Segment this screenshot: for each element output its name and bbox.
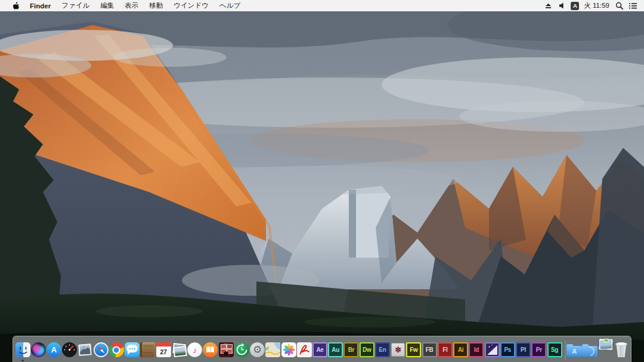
- bridge-tile: Br: [343, 342, 358, 357]
- dock-item-speedgrade[interactable]: Sg: [547, 338, 562, 362]
- dock-item-app-store[interactable]: A: [46, 338, 61, 362]
- eagle-stamp-icon: [78, 342, 92, 357]
- dock-item-maps[interactable]: [265, 338, 281, 362]
- menu-item-window[interactable]: ウインドウ: [168, 0, 214, 11]
- maroon-pinwheel-icon: ✽: [391, 343, 405, 357]
- dock-item-downloads-folder[interactable]: [582, 338, 597, 362]
- dock-item-messages[interactable]: …: [125, 338, 140, 362]
- open-book-icon: [203, 342, 218, 357]
- indesign-tile: Id: [469, 342, 484, 357]
- dock-item-flash[interactable]: Fl: [437, 338, 453, 362]
- acrobat-swirl-icon: [297, 342, 312, 357]
- photoshop-tile: Ps: [500, 342, 515, 357]
- document-stack-icon: [599, 345, 613, 357]
- gear-icon: ⚙: [250, 342, 265, 357]
- dock-item-audition[interactable]: Au: [328, 338, 343, 362]
- menu-item-view[interactable]: 表示: [119, 0, 144, 11]
- comet-wedge-icon: [485, 342, 500, 357]
- desktop-wallpaper[interactable]: [0, 0, 644, 362]
- map-icon: [265, 342, 280, 357]
- camera-lens: [224, 351, 229, 357]
- illustrator-tile: Ai: [453, 342, 468, 357]
- app-store-letter: A: [51, 345, 57, 354]
- running-indicator: [22, 360, 24, 361]
- dock-item-dreamweaver[interactable]: Dw: [359, 338, 374, 362]
- flash-tile: Fl: [438, 342, 453, 357]
- speedgrade-tile: Sg: [547, 342, 562, 357]
- dock-item-prelude[interactable]: Pl: [515, 338, 531, 362]
- dock-item-after-effects[interactable]: Ae: [312, 338, 327, 362]
- dock-item-mail[interactable]: [78, 338, 93, 362]
- dock: A: [13, 336, 631, 362]
- time-machine-clock-icon: [234, 342, 249, 357]
- dock-item-chrome[interactable]: [109, 338, 124, 362]
- dock-item-finder[interactable]: [15, 338, 30, 362]
- dock-item-documents-stack[interactable]: [598, 338, 614, 362]
- blue-folder-icon: [582, 346, 597, 357]
- premiere-tile: Pr: [531, 342, 546, 357]
- apple-menu[interactable]: [6, 0, 24, 11]
- after-effects-tile: Ae: [312, 342, 327, 357]
- blue-folder-icon: A: [566, 346, 582, 357]
- menu-bar-status: A 火 11:59: [543, 1, 644, 11]
- el-capitan-wallpaper-art: [0, 0, 644, 362]
- dock-item-system-preferences[interactable]: ⚙: [249, 338, 265, 362]
- dock-item-acrobat-reader[interactable]: [296, 338, 312, 362]
- dock-item-ibooks[interactable]: [203, 338, 218, 362]
- dock-item-photoshop[interactable]: Ps: [500, 338, 515, 362]
- photo-stack-icon: [172, 342, 187, 357]
- music-note-icon: ♪: [187, 342, 202, 357]
- speech-bubble-icon: …: [125, 342, 140, 357]
- dock-item-safari[interactable]: [93, 338, 109, 362]
- dock-item-dashboard[interactable]: [62, 338, 78, 362]
- dock-item-fireworks[interactable]: Fw: [406, 338, 422, 362]
- pinwheel-flower-icon: [281, 342, 296, 357]
- dock-item-time-machine[interactable]: [234, 338, 249, 362]
- gauge-icon: [62, 342, 77, 357]
- menu-item-finder[interactable]: Finder: [24, 0, 56, 11]
- prelude-tile: Pl: [516, 342, 531, 357]
- dock-item-photo-booth[interactable]: [218, 338, 234, 362]
- eject-icon[interactable]: [543, 1, 553, 11]
- menu-item-file[interactable]: ファイル: [56, 0, 95, 11]
- volume-icon[interactable]: [557, 1, 567, 11]
- menu-bar-clock[interactable]: 火 11:59: [583, 1, 611, 10]
- encore-tile: En: [375, 342, 390, 357]
- flash-builder-tile: FB: [422, 342, 437, 357]
- dock-item-photos[interactable]: [281, 338, 296, 362]
- photo-booth-icon: [219, 342, 234, 357]
- menu-item-go[interactable]: 移動: [144, 0, 168, 11]
- dock-item-flash-builder[interactable]: FB: [422, 338, 437, 362]
- input-source-icon[interactable]: A: [571, 2, 579, 10]
- notification-center-icon[interactable]: [628, 1, 638, 11]
- menu-item-edit[interactable]: 編集: [95, 0, 119, 11]
- dreamweaver-tile: Dw: [360, 342, 374, 357]
- dock-item-encore[interactable]: En: [374, 338, 390, 362]
- spotlight-icon[interactable]: [614, 1, 624, 11]
- siri-orb-icon: [31, 342, 46, 357]
- dock-item-illustrator[interactable]: Ai: [453, 338, 469, 362]
- compass-icon: [94, 342, 109, 357]
- menu-bar: Finder ファイル 編集 表示 移動 ウインドウ ヘルプ A 火 11:59: [0, 0, 644, 11]
- dock-item-extension-manager[interactable]: ✽: [391, 338, 406, 362]
- dock-item-preview[interactable]: [171, 338, 187, 362]
- dock-item-applications-folder[interactable]: A: [566, 338, 582, 362]
- dock-item-bridge[interactable]: Br: [343, 338, 359, 362]
- dock-item-premiere-pro[interactable]: Pr: [531, 338, 547, 362]
- dock-item-contacts[interactable]: [140, 338, 156, 362]
- apple-logo-icon: [11, 1, 19, 10]
- calendar-day: 27: [156, 346, 171, 357]
- dock-item-media-encoder[interactable]: [484, 338, 500, 362]
- menu-bar-left: Finder ファイル 編集 表示 移動 ウインドウ ヘルプ: [0, 0, 246, 11]
- dock-item-indesign[interactable]: Id: [469, 338, 484, 362]
- menu-item-help[interactable]: ヘルプ: [214, 0, 246, 11]
- dock-item-siri[interactable]: [30, 338, 46, 362]
- dock-item-itunes[interactable]: ♪: [187, 338, 203, 362]
- calendar-page-icon: 27: [156, 342, 171, 357]
- dock-item-calendar[interactable]: 27: [156, 338, 171, 362]
- chrome-wheel-icon: [109, 342, 124, 357]
- finder-face-icon: [16, 342, 30, 357]
- calendar-red-band: [156, 342, 171, 346]
- audition-tile: Au: [328, 342, 343, 357]
- dock-item-trash[interactable]: [614, 338, 629, 362]
